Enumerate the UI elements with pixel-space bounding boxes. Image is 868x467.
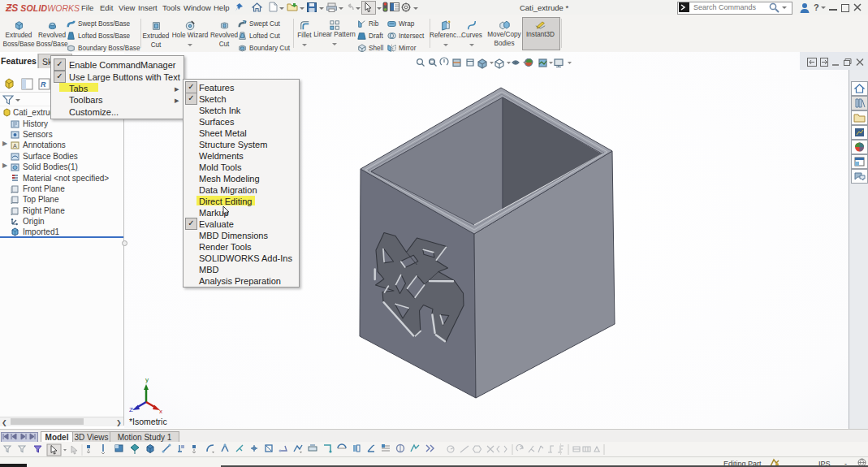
svg-text:y: y — [145, 376, 149, 383]
svg-text:x: x — [159, 408, 162, 415]
svg-text:*Isometric: *Isometric — [129, 417, 167, 426]
svg-text:A: A — [13, 143, 17, 149]
svg-text:R: R — [41, 80, 46, 89]
svg-text:Z: Z — [129, 406, 133, 413]
